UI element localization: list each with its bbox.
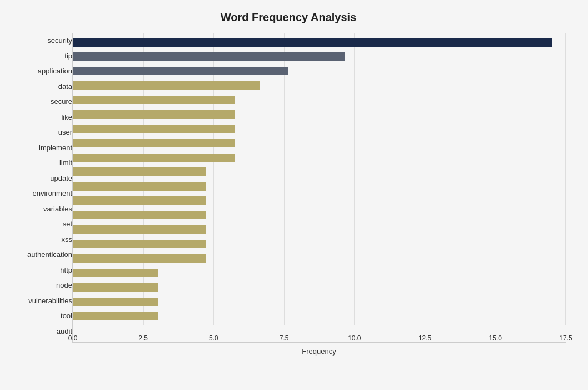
bar: [73, 110, 235, 119]
bar: [73, 211, 206, 219]
bar: [73, 167, 206, 176]
bar-row: [73, 280, 566, 294]
y-axis-label: authentication: [27, 251, 72, 258]
y-axis-label: xss: [62, 236, 73, 243]
bar-row: [73, 251, 566, 266]
y-axis-label: tool: [61, 312, 72, 319]
y-axis-label: node: [56, 282, 72, 289]
bar-row: [73, 208, 566, 223]
plot-area: 0.02.55.07.510.012.515.017.5: [72, 33, 566, 343]
bars-area: [73, 33, 566, 325]
bar: [73, 67, 288, 75]
bar: [73, 182, 206, 190]
bar-row: [73, 35, 566, 50]
y-axis-label: audit: [57, 328, 72, 335]
bar-row: [73, 165, 566, 179]
bar: [73, 298, 158, 306]
y-axis-label: environment: [32, 190, 72, 197]
y-axis: securitytipapplicationdatasecurelikeuser…: [11, 33, 72, 356]
y-axis-label: vulnerabilities: [28, 297, 72, 304]
x-axis-tick-label: 0.0: [68, 334, 78, 342]
y-axis-label: set: [63, 220, 72, 228]
bar-row: [73, 179, 566, 194]
bar-row: [73, 107, 566, 122]
bar-row: [73, 150, 566, 165]
bar-row: [73, 121, 566, 136]
bar: [73, 81, 260, 90]
y-axis-label: security: [47, 37, 72, 44]
x-axis-title: Frequency: [72, 347, 566, 356]
chart-container: Word Frequency Analysis securitytipappli…: [0, 0, 588, 390]
bar-row: [73, 64, 566, 78]
bar: [73, 254, 206, 263]
bar-row: [73, 194, 566, 208]
x-axis-tick-label: 15.0: [489, 334, 502, 342]
bar: [73, 38, 552, 46]
x-axis-tick-label: 5.0: [209, 334, 218, 342]
bar: [73, 96, 235, 104]
y-axis-label: implement: [39, 144, 72, 151]
bar: [73, 52, 345, 61]
y-axis-label: like: [61, 113, 72, 121]
bar: [73, 225, 206, 234]
chart-title: Word Frequency Analysis: [11, 11, 566, 24]
y-axis-label: http: [60, 266, 72, 274]
y-axis-label: secure: [51, 98, 72, 105]
bar-row: [73, 237, 566, 251]
bar-row: [73, 294, 566, 309]
x-axis-tick-label: 7.5: [280, 334, 289, 342]
bar: [73, 196, 206, 205]
y-axis-label: data: [58, 83, 72, 90]
bar-row: [73, 136, 566, 150]
y-axis-label: limit: [59, 159, 72, 166]
bar-row: [73, 93, 566, 107]
bar: [73, 154, 235, 162]
bar: [73, 125, 235, 133]
x-axis-tick-label: 2.5: [138, 334, 148, 342]
bar-row: [73, 50, 566, 64]
bar: [73, 240, 206, 248]
bar: [73, 269, 158, 277]
bar-row: [73, 78, 566, 93]
x-axis-tick-label: 10.0: [348, 334, 361, 342]
bar: [73, 283, 158, 292]
bar-row: [73, 309, 566, 323]
y-axis-label: tip: [64, 52, 72, 60]
x-axis-tick-label: 12.5: [418, 334, 431, 342]
bar: [73, 312, 158, 320]
x-axis-labels: 0.02.55.07.510.012.515.017.5: [73, 325, 566, 342]
x-axis-tick-label: 17.5: [559, 334, 572, 342]
chart-area: securitytipapplicationdatasecurelikeuser…: [11, 33, 566, 356]
y-axis-label: application: [38, 67, 72, 75]
bar: [73, 139, 235, 147]
bar-row: [73, 223, 566, 237]
y-axis-label: update: [50, 175, 72, 182]
y-axis-label: variables: [43, 205, 72, 213]
bar-row: [73, 266, 566, 280]
y-axis-label: user: [58, 129, 72, 136]
